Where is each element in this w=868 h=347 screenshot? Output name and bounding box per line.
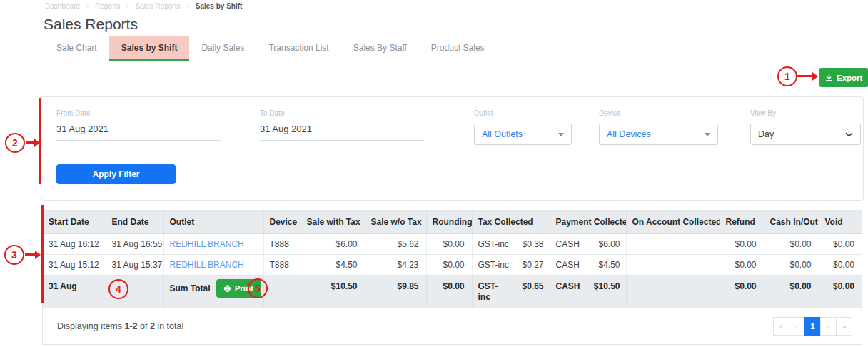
pagination-page-1[interactable]: 1 (804, 317, 821, 336)
breadcrumb-sales-reports[interactable]: Sales Reports (136, 2, 181, 10)
column-header: Tax Collected (472, 211, 550, 234)
tax-type: GST-inc (478, 281, 504, 303)
on-account-cell (626, 255, 720, 276)
tab-daily-sales[interactable]: Daily Sales (189, 36, 256, 61)
to-date-input[interactable] (260, 117, 424, 141)
summary-text: of (138, 321, 150, 331)
view-by-select[interactable]: Day (750, 124, 861, 145)
to-date-field: To Date (260, 109, 424, 141)
tab-product-sales[interactable]: Product Sales (419, 36, 497, 61)
breadcrumb-separator: - (86, 2, 89, 10)
tab-sales-by-staff[interactable]: Sales By Staff (341, 36, 419, 61)
chevron-down-icon (845, 132, 853, 137)
view-by-filter: View By Day (750, 109, 861, 145)
device-dropdown[interactable]: All Devices (599, 124, 718, 145)
view-by-label: View By (750, 109, 861, 117)
void-cell: $0.00 (819, 255, 862, 276)
items-summary: Displaying items 1-2 of 2 in total (57, 321, 183, 331)
pagination-last[interactable]: » (836, 317, 852, 336)
device-dropdown-value: All Devices (607, 129, 651, 139)
annotation-line-3 (41, 205, 44, 303)
column-header: End Date (106, 211, 163, 234)
pagination-prev[interactable]: ‹ (789, 317, 805, 336)
refund-cell: $0.00 (720, 234, 764, 255)
sum-cash-in-out: $0.00 (764, 276, 819, 308)
tax-collected-cell: GST-inc$0.38 (472, 234, 550, 255)
tab-transaction-list[interactable]: Transaction List (256, 36, 340, 61)
to-date-label: To Date (260, 109, 424, 117)
sale-wo-tax-cell: $5.62 (365, 234, 426, 255)
pagination-next[interactable]: › (820, 317, 837, 336)
chevron-down-icon (705, 133, 710, 136)
summary-range: 1-2 (124, 321, 137, 331)
sum-sale-wo-tax: $9.85 (365, 276, 426, 308)
column-header: Sale with Tax (301, 211, 365, 234)
apply-filter-button[interactable]: Apply Filter (56, 164, 176, 184)
tax-type: GST-inc (478, 239, 509, 249)
sales-reports-page: Dashboard - Reports - Sales Reports - Sa… (0, 0, 868, 347)
sales-by-shift-table-container: Start Date End Date Outlet Device Sale w… (42, 210, 862, 345)
summary-text: Displaying items (57, 321, 124, 331)
breadcrumb-reports[interactable]: Reports (95, 2, 120, 10)
page-title: Sales Reports (44, 16, 138, 33)
column-header: Refund (720, 211, 764, 234)
from-date-label: From Date (56, 109, 221, 117)
breadcrumb-dashboard[interactable]: Dashboard (45, 2, 80, 10)
printer-icon (223, 285, 231, 293)
column-header: Payment Collected (550, 211, 626, 234)
breadcrumb-current: Sales by Shift (196, 2, 243, 10)
device-filter: Device All Devices (599, 109, 718, 145)
export-button-label: Export (837, 74, 862, 82)
on-account-cell (626, 234, 720, 255)
pagination-first[interactable]: « (773, 317, 789, 336)
view-by-select-value: Day (758, 129, 774, 139)
chevron-down-icon (558, 133, 564, 136)
sum-total-row: 31 Aug Sum Total Print (43, 276, 862, 308)
from-date-field: From Date (56, 109, 221, 141)
sum-date-cell: 31 Aug (43, 276, 106, 308)
sum-on-account (626, 276, 720, 308)
column-header: Rounding (426, 211, 472, 234)
summary-total: 2 (150, 321, 155, 331)
tab-sale-chart[interactable]: Sale Chart (44, 36, 109, 61)
refund-cell: $0.00 (720, 255, 764, 276)
annotation-arrow-2 (26, 141, 35, 144)
sum-void: $0.00 (819, 276, 862, 308)
sale-with-tax-cell: $4.50 (301, 255, 365, 276)
void-cell: $0.00 (819, 234, 862, 255)
column-header: Device (263, 211, 301, 234)
sum-tax-collected: GST-inc$0.65 (472, 276, 550, 308)
report-tabs: Sale Chart Sales by Shift Daily Sales Tr… (44, 36, 497, 61)
outlet-link[interactable]: REDHILL BRANCH (170, 239, 244, 249)
payment-collected-cell: CASH$4.50 (550, 255, 626, 276)
breadcrumb: Dashboard - Reports - Sales Reports - Sa… (45, 2, 242, 10)
column-header: Outlet (163, 211, 263, 234)
export-button[interactable]: Export (819, 68, 868, 87)
tax-amount: $0.27 (522, 260, 543, 270)
column-header: Cash In/Out (764, 211, 819, 234)
sum-refund: $0.00 (720, 276, 764, 308)
end-date-cell: 31 Aug 15:37 (106, 255, 163, 276)
rounding-cell: $0.00 (426, 234, 472, 255)
rounding-cell: $0.00 (426, 255, 472, 276)
tab-sales-by-shift[interactable]: Sales by Shift (109, 36, 190, 61)
pagination: « ‹ 1 › » (773, 317, 852, 336)
sum-sale-with-tax: $10.50 (301, 276, 365, 308)
breadcrumb-separator: - (126, 2, 128, 10)
table-row: 31 Aug 16:12 31 Aug 16:55 REDHILL BRANCH… (43, 234, 862, 255)
tax-type: GST-inc (478, 260, 509, 270)
tax-collected-cell: GST-inc$0.27 (472, 255, 550, 276)
outlet-dropdown[interactable]: All Outlets (474, 124, 572, 145)
annotation-circle-3: 3 (4, 245, 24, 265)
filter-panel: From Date To Date Outlet All Outlets Dev… (41, 96, 864, 201)
from-date-input[interactable] (56, 117, 221, 141)
outlet-link[interactable]: REDHILL BRANCH (170, 260, 244, 270)
device-label: Device (599, 109, 718, 117)
column-header: Sale w/o Tax (365, 211, 426, 234)
cash-in-out-cell: $0.00 (764, 234, 819, 255)
annotation-circle-1: 1 (777, 66, 797, 86)
sale-wo-tax-cell: $4.23 (365, 255, 426, 276)
payment-type: CASH (556, 260, 580, 270)
payment-type: CASH (556, 239, 580, 249)
device-cell: T888 (263, 234, 301, 255)
